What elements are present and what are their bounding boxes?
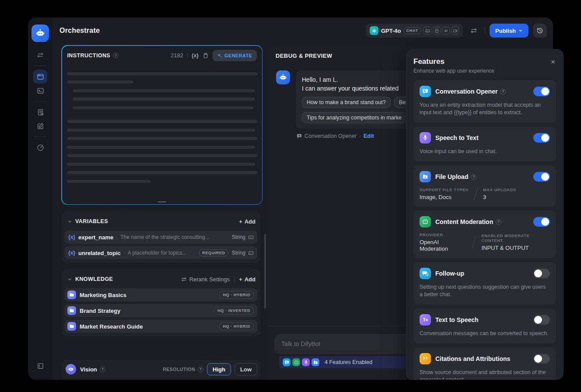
close-icon[interactable]: × bbox=[551, 58, 555, 66]
knowledge-name: Market Research Guide bbox=[80, 323, 219, 330]
scrollbar[interactable] bbox=[264, 234, 266, 308]
sidebar-item-terminal[interactable] bbox=[33, 84, 47, 98]
insert-variable-icon[interactable]: {x} bbox=[192, 52, 199, 59]
chat-bubble-icon bbox=[297, 133, 302, 139]
sidebar-item-orchestrate[interactable] bbox=[33, 70, 47, 84]
folder-icon bbox=[67, 322, 76, 331]
knowledge-label: KNOWLEDGE bbox=[75, 276, 113, 282]
feature-toggle[interactable] bbox=[533, 217, 550, 227]
resolution-low-button[interactable]: Low bbox=[234, 363, 257, 375]
index-mode-badge: HQ · HYBRID bbox=[219, 322, 254, 330]
folder-icon bbox=[312, 358, 319, 366]
skeleton-text-line bbox=[73, 89, 256, 92]
skeleton-text-line bbox=[73, 106, 253, 109]
suggestion-chip[interactable]: Tips for analyzing competitors in marke bbox=[302, 112, 406, 123]
skeleton-text-line bbox=[73, 98, 256, 101]
skeleton-text-line bbox=[67, 154, 257, 157]
generate-button[interactable]: GENERATE bbox=[213, 50, 257, 61]
openai-logo-icon bbox=[370, 26, 378, 35]
variable-icon: {x} bbox=[68, 250, 75, 256]
feature-name: File Upload bbox=[435, 173, 468, 180]
variable-name: unrelated_topic bbox=[78, 250, 121, 256]
skeleton-text-line bbox=[67, 180, 150, 183]
knowledge-row[interactable]: Marketing BasicsHQ · HYBRID bbox=[65, 288, 257, 301]
feature-name: Text to Speech bbox=[435, 316, 479, 323]
help-icon[interactable]: ? bbox=[100, 367, 105, 372]
instructions-editor[interactable] bbox=[62, 65, 262, 183]
vision-label: Vision bbox=[80, 366, 97, 373]
skeleton-text-line bbox=[67, 72, 257, 75]
copy-icon[interactable] bbox=[203, 52, 209, 59]
image-sparkle-icon bbox=[424, 27, 431, 35]
model-name: GPT-4o bbox=[381, 28, 401, 34]
publish-button[interactable]: Publish bbox=[490, 24, 528, 38]
moderation-icon bbox=[420, 216, 431, 228]
features-panel: Features Enhance web app user experience… bbox=[406, 49, 564, 380]
help-icon[interactable]: ? bbox=[496, 219, 501, 225]
meta-label: SUPPORT FILE TYPES bbox=[420, 187, 469, 192]
feature-toggle[interactable] bbox=[533, 87, 550, 96]
skeleton-text-line bbox=[67, 137, 257, 140]
variables-label: VARIABLES bbox=[75, 218, 108, 224]
features-subtitle: Enhance web app user experience bbox=[413, 68, 556, 74]
page: Orchestrate GPT-4o CHAT bbox=[0, 0, 581, 392]
model-settings-icon[interactable] bbox=[33, 48, 47, 62]
chevron-down-icon[interactable] bbox=[67, 277, 72, 282]
variable-description: The name of the strategic consulting... bbox=[120, 234, 231, 240]
feature-toggle[interactable] bbox=[533, 315, 550, 325]
help-icon[interactable]: ? bbox=[500, 89, 506, 94]
variable-row[interactable]: {x}unrelated_topic·A placeholder for top… bbox=[65, 246, 257, 259]
skeleton-text-line bbox=[67, 146, 256, 149]
feature-toggle[interactable] bbox=[533, 133, 550, 143]
input-field-icon bbox=[248, 234, 254, 240]
header-divider bbox=[485, 27, 485, 34]
sidebar-item-monitoring[interactable] bbox=[33, 140, 47, 154]
add-knowledge-button[interactable]: + Add bbox=[239, 276, 256, 283]
knowledge-row[interactable]: Brand StrategyHQ · INVERTED bbox=[65, 304, 257, 317]
knowledge-row[interactable]: Market Research GuideHQ · HYBRID bbox=[65, 320, 257, 333]
rerank-settings-button[interactable]: Rerank Settings bbox=[181, 276, 230, 283]
resize-handle[interactable] bbox=[158, 201, 166, 203]
variables-section: VARIABLES + Add {x}expert_name·The name … bbox=[61, 211, 261, 263]
feature-meta: SUPPORT FILE TYPESImage, DocsMAX UPLOADS… bbox=[420, 187, 550, 200]
skeleton-text-line bbox=[67, 120, 257, 123]
app-logo-icon[interactable] bbox=[32, 24, 49, 42]
version-history-button[interactable] bbox=[533, 24, 547, 38]
meta-value: 3 bbox=[483, 194, 516, 200]
feature-name: Follow-up bbox=[435, 270, 464, 277]
folder-icon bbox=[420, 171, 431, 182]
add-variable-button[interactable]: + Add bbox=[239, 218, 256, 225]
followup-icon bbox=[420, 268, 431, 279]
features-enabled-label: 4 Features Enabled bbox=[325, 359, 372, 365]
feature-card: Speech to TextVoice input can be used in… bbox=[413, 126, 556, 161]
collapse-sidebar-icon[interactable] bbox=[33, 359, 47, 373]
feature-toggle[interactable] bbox=[533, 354, 550, 364]
model-config-icon[interactable] bbox=[467, 24, 480, 37]
variable-row[interactable]: {x}expert_name·The name of the strategic… bbox=[65, 231, 257, 244]
required-badge: REQUIRED bbox=[199, 249, 228, 256]
help-icon[interactable]: ? bbox=[113, 52, 119, 58]
help-icon[interactable]: ? bbox=[198, 367, 203, 372]
edit-opener-link[interactable]: Edit bbox=[364, 133, 374, 139]
model-selector[interactable]: GPT-4o CHAT bbox=[366, 24, 463, 38]
sidebar-item-annotations[interactable] bbox=[33, 119, 47, 133]
sidebar bbox=[28, 18, 52, 380]
knowledge-name: Marketing Basics bbox=[80, 292, 219, 298]
chat-mode-badge: CHAT bbox=[404, 27, 421, 34]
feature-toggle[interactable] bbox=[533, 172, 550, 182]
tts-icon bbox=[420, 314, 431, 326]
suggestion-chip[interactable]: How to make a brand stand out? bbox=[302, 97, 391, 108]
feature-description: Show source document and attributed sect… bbox=[420, 369, 550, 380]
feature-name: Conversation Opener bbox=[435, 88, 497, 95]
mic-icon bbox=[302, 358, 310, 366]
help-icon[interactable]: ? bbox=[471, 174, 476, 180]
document-icon bbox=[433, 27, 441, 35]
feature-card: File Upload?SUPPORT FILE TYPESImage, Doc… bbox=[413, 165, 556, 206]
folder-icon bbox=[67, 290, 76, 299]
resolution-high-button[interactable]: High bbox=[207, 363, 231, 375]
feature-toggle[interactable] bbox=[533, 269, 550, 278]
sidebar-item-logs[interactable] bbox=[33, 105, 47, 119]
folder-icon bbox=[67, 306, 76, 315]
chevron-down-icon[interactable] bbox=[67, 219, 72, 224]
model-capability-badges bbox=[424, 27, 459, 35]
